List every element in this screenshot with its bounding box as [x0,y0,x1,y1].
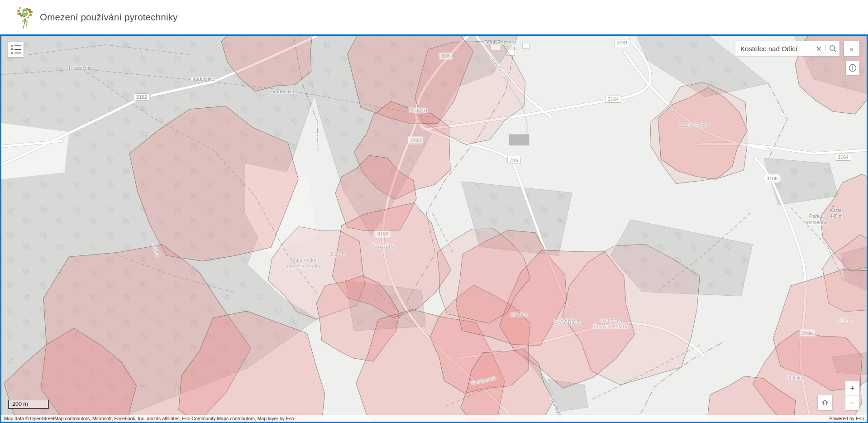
page-title: Omezení používání pyrotechniky [40,12,178,23]
zoom-in-button[interactable]: + [845,381,859,395]
attribution-text: Map data © OpenStreetMap contributors, M… [4,416,294,421]
powered-by-esri: Powered by Esri [830,416,864,421]
home-button[interactable] [818,395,832,410]
app-logo-tree-icon [15,5,36,29]
search-submit-button[interactable] [826,41,839,56]
search-clear-button[interactable]: ✕ [812,41,825,56]
attribution-bar: Map data © OpenStreetMap contributors, M… [1,415,867,422]
search-icon [829,45,837,53]
zoom-control: + − [845,381,859,410]
info-button[interactable] [846,61,859,75]
search-input[interactable] [735,45,812,53]
scale-bar: 200 m [8,400,49,409]
home-icon [821,399,829,407]
zoom-out-button[interactable]: − [845,396,859,410]
info-icon [849,64,857,72]
map-canvas[interactable]: HradečniceHradečniceHradečniceDvůr Forbe… [0,34,868,423]
search-box: ✕ [735,41,839,56]
legend-button[interactable] [8,42,24,57]
search-expand-button[interactable]: » [844,41,859,56]
app-header: Omezení používání pyrotechniky [0,0,868,34]
app-window: Omezení používání pyrotechniky [0,0,868,423]
basemap [1,36,867,422]
legend-icon [11,45,21,54]
